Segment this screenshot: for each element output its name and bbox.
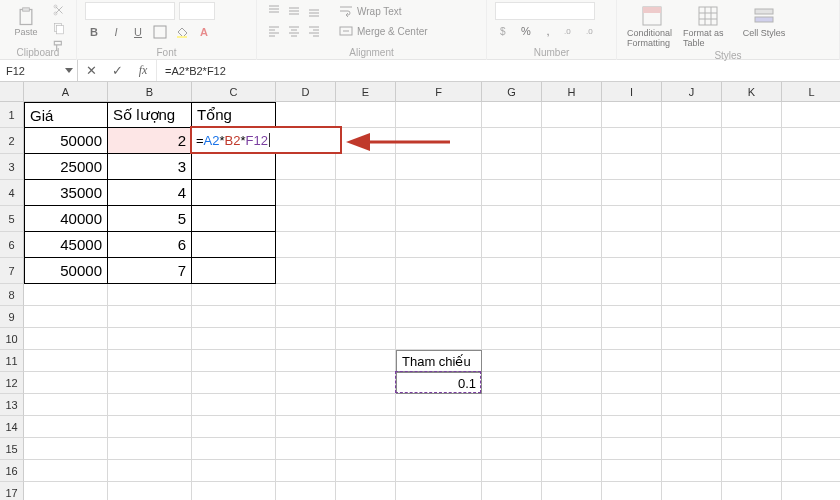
row-header[interactable]: 11 bbox=[0, 350, 24, 372]
cell[interactable] bbox=[782, 180, 840, 206]
cell[interactable] bbox=[336, 232, 396, 258]
cell[interactable]: 6 bbox=[108, 232, 192, 258]
cell[interactable] bbox=[396, 206, 482, 232]
cell[interactable] bbox=[396, 438, 482, 460]
format-as-table-button[interactable]: Format as Table bbox=[681, 2, 735, 50]
cell[interactable] bbox=[108, 416, 192, 438]
row-header[interactable]: 17 bbox=[0, 482, 24, 500]
cell[interactable] bbox=[602, 438, 662, 460]
cell[interactable] bbox=[782, 154, 840, 180]
cell[interactable] bbox=[722, 258, 782, 284]
cell[interactable] bbox=[662, 482, 722, 500]
cell[interactable] bbox=[722, 102, 782, 128]
cell[interactable] bbox=[722, 306, 782, 328]
cell[interactable] bbox=[482, 328, 542, 350]
cell[interactable] bbox=[482, 102, 542, 128]
cell[interactable] bbox=[662, 102, 722, 128]
cell[interactable] bbox=[722, 232, 782, 258]
cell[interactable] bbox=[108, 438, 192, 460]
cell[interactable] bbox=[782, 206, 840, 232]
cell[interactable] bbox=[108, 394, 192, 416]
row-header[interactable]: 5 bbox=[0, 206, 24, 232]
cell[interactable] bbox=[542, 232, 602, 258]
bold-button[interactable]: B bbox=[85, 23, 103, 41]
cell[interactable] bbox=[336, 482, 396, 500]
cell[interactable] bbox=[782, 372, 840, 394]
cell[interactable] bbox=[336, 180, 396, 206]
cell[interactable] bbox=[722, 284, 782, 306]
column-header[interactable]: B bbox=[108, 82, 192, 102]
cell[interactable]: 0.1 bbox=[396, 372, 482, 394]
row-header[interactable]: 7 bbox=[0, 258, 24, 284]
cell[interactable] bbox=[602, 284, 662, 306]
cell[interactable] bbox=[482, 154, 542, 180]
cell[interactable] bbox=[542, 438, 602, 460]
cell[interactable] bbox=[602, 128, 662, 154]
cell[interactable] bbox=[542, 372, 602, 394]
cells-area[interactable]: GiáSố lượngTổng5000022500033500044000054… bbox=[24, 102, 840, 500]
cell[interactable] bbox=[542, 102, 602, 128]
cell[interactable] bbox=[192, 482, 276, 500]
row-header[interactable]: 6 bbox=[0, 232, 24, 258]
cell[interactable] bbox=[602, 206, 662, 232]
row-header[interactable]: 2 bbox=[0, 128, 24, 154]
cell[interactable] bbox=[336, 416, 396, 438]
cell[interactable] bbox=[542, 350, 602, 372]
cell[interactable] bbox=[108, 350, 192, 372]
cell[interactable] bbox=[396, 180, 482, 206]
decrease-decimal-button[interactable]: .0 bbox=[583, 22, 601, 40]
cell[interactable] bbox=[782, 350, 840, 372]
column-header[interactable]: J bbox=[662, 82, 722, 102]
cell[interactable] bbox=[662, 460, 722, 482]
column-header[interactable]: C bbox=[192, 82, 276, 102]
row-header[interactable]: 1 bbox=[0, 102, 24, 128]
cell[interactable] bbox=[396, 232, 482, 258]
cell[interactable]: 35000 bbox=[24, 180, 108, 206]
cell[interactable] bbox=[192, 438, 276, 460]
cell[interactable] bbox=[192, 416, 276, 438]
cell[interactable] bbox=[108, 460, 192, 482]
cell[interactable] bbox=[276, 284, 336, 306]
cell[interactable] bbox=[336, 394, 396, 416]
copy-button[interactable] bbox=[50, 20, 68, 36]
cell[interactable] bbox=[722, 416, 782, 438]
cell[interactable] bbox=[662, 328, 722, 350]
cell[interactable] bbox=[336, 284, 396, 306]
cell[interactable] bbox=[108, 284, 192, 306]
cell[interactable] bbox=[662, 232, 722, 258]
row-header[interactable]: 10 bbox=[0, 328, 24, 350]
cell[interactable] bbox=[722, 180, 782, 206]
cell[interactable] bbox=[602, 482, 662, 500]
cell[interactable] bbox=[602, 180, 662, 206]
cell[interactable] bbox=[602, 306, 662, 328]
cell[interactable] bbox=[542, 284, 602, 306]
cell[interactable] bbox=[542, 306, 602, 328]
cell[interactable] bbox=[192, 232, 276, 258]
cell[interactable] bbox=[24, 394, 108, 416]
cell[interactable] bbox=[782, 232, 840, 258]
align-middle-button[interactable] bbox=[285, 2, 303, 20]
italic-button[interactable]: I bbox=[107, 23, 125, 41]
cell[interactable]: 4 bbox=[108, 180, 192, 206]
cell[interactable] bbox=[482, 258, 542, 284]
cell[interactable] bbox=[276, 154, 336, 180]
cell[interactable] bbox=[482, 482, 542, 500]
select-all-corner[interactable] bbox=[0, 82, 24, 102]
cell[interactable] bbox=[276, 394, 336, 416]
cell[interactable]: 50000 bbox=[24, 258, 108, 284]
cell[interactable] bbox=[336, 438, 396, 460]
cell[interactable] bbox=[192, 394, 276, 416]
cell[interactable] bbox=[276, 206, 336, 232]
formula-input[interactable]: =A2*B2*F12 bbox=[157, 60, 840, 81]
cell[interactable] bbox=[782, 438, 840, 460]
cell[interactable]: 45000 bbox=[24, 232, 108, 258]
column-header[interactable]: K bbox=[722, 82, 782, 102]
row-header[interactable]: 8 bbox=[0, 284, 24, 306]
cell[interactable] bbox=[782, 394, 840, 416]
cell[interactable] bbox=[782, 460, 840, 482]
column-header[interactable]: E bbox=[336, 82, 396, 102]
cell[interactable] bbox=[602, 258, 662, 284]
cell[interactable] bbox=[662, 416, 722, 438]
cell[interactable] bbox=[602, 460, 662, 482]
row-header[interactable]: 9 bbox=[0, 306, 24, 328]
